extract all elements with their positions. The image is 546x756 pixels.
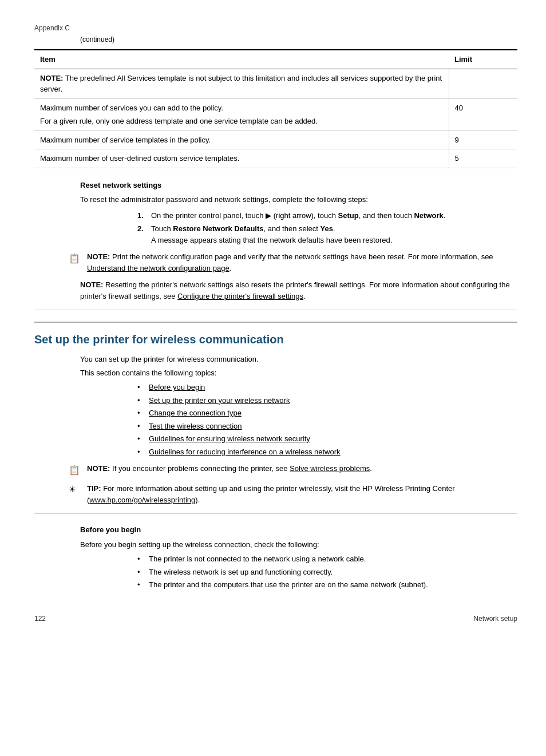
wireless-intro-2: This section contains the following topi… xyxy=(80,367,517,379)
wireless-intro-1: You can set up the printer for wireless … xyxy=(80,354,517,365)
item-text-2a: Maximum number of services you can add t… xyxy=(40,102,443,114)
firewall-link[interactable]: Configure the printer's firewall setting… xyxy=(177,292,303,300)
item-text-2b: For a given rule, only one address templ… xyxy=(40,116,443,127)
reset-heading: Reset network settings xyxy=(80,180,517,191)
topic-setup-wireless: • Set up the printer on your wireless ne… xyxy=(137,395,517,406)
table-row: NOTE: The predefined All Services templa… xyxy=(34,69,517,98)
bullet-icon: • xyxy=(137,446,149,458)
before-bullet-1: • The printer is not connected to the ne… xyxy=(137,553,517,565)
table-row: Maximum number of user-defined custom se… xyxy=(34,149,517,168)
before-bullet-2: • The wireless network is set up and fun… xyxy=(137,567,517,578)
bullet-icon: • xyxy=(137,433,149,445)
solve-wireless-link[interactable]: Solve wireless problems xyxy=(290,464,370,473)
bullet-icon: • xyxy=(137,382,149,393)
before-begin-link[interactable]: Before you begin xyxy=(149,382,205,393)
item-text-4: Maximum number of user-defined custom se… xyxy=(40,154,239,163)
tip-icon: ☀ xyxy=(69,484,87,505)
test-wireless-link[interactable]: Test the wireless connection xyxy=(149,421,242,432)
topic-before-begin: • Before you begin xyxy=(137,382,517,393)
network-config-link[interactable]: Understand the network configuration pag… xyxy=(87,264,230,272)
before-begin-heading: Before you begin xyxy=(80,524,517,536)
hp-wireless-link[interactable]: www.hp.com/go/wirelessprinting xyxy=(89,496,195,504)
step-2-num: 2. xyxy=(137,223,151,246)
limit-value-1 xyxy=(449,69,517,98)
bullet-icon: • xyxy=(137,407,149,419)
before-bullet-3: • The printer and the computers that use… xyxy=(137,579,517,591)
reset-note-1-text: NOTE: Print the network configuration pa… xyxy=(87,251,517,274)
limit-value-4: 5 xyxy=(449,149,517,168)
before-begin-intro: Before you begin setting up the wireless… xyxy=(80,539,517,551)
bullet-icon: • xyxy=(137,567,149,578)
limit-value-3: 9 xyxy=(449,130,517,149)
bullet-icon: • xyxy=(137,579,149,591)
wireless-note-text: NOTE: If you encounter problems connecti… xyxy=(87,463,372,477)
page-footer: 122 Network setup xyxy=(34,613,517,624)
table-header-limit: Limit xyxy=(449,50,517,69)
step-1-text: On the printer control panel, touch ▶ (r… xyxy=(151,210,445,221)
wireless-tip: ☀ TIP: For more information about settin… xyxy=(69,483,517,505)
note-icon-1: 📋 xyxy=(69,252,87,274)
table-header-item: Item xyxy=(34,50,449,69)
note-bold-label: NOTE: xyxy=(40,74,63,82)
note-text-1: The predefined All Services template is … xyxy=(40,74,442,94)
section-divider-2 xyxy=(34,513,517,514)
bullet-icon: • xyxy=(137,553,149,565)
step-2: 2. Touch Restore Network Defaults, and t… xyxy=(137,223,517,246)
setup-wireless-link[interactable]: Set up the printer on your wireless netw… xyxy=(149,395,290,406)
before-bullet-1-text: The printer is not connected to the netw… xyxy=(149,553,366,565)
step-1: 1. On the printer control panel, touch ▶… xyxy=(137,210,517,221)
step-2-sub: A message appears stating that the netwo… xyxy=(151,235,392,246)
table-row: Maximum number of services you can add t… xyxy=(34,98,517,130)
topic-change-connection: • Change the connection type xyxy=(137,407,517,419)
guidelines-interference-link[interactable]: Guidelines for reducing interference on … xyxy=(149,446,341,458)
step-2-text: Touch Restore Network Defaults, and then… xyxy=(151,223,392,235)
step-1-num: 1. xyxy=(137,210,151,221)
page-number: 122 xyxy=(34,613,46,624)
appendix-label: Appendix C xyxy=(34,23,517,33)
guidelines-security-link[interactable]: Guidelines for ensuring wireless network… xyxy=(149,433,310,445)
tip-text: TIP: For more information about setting … xyxy=(87,483,517,505)
limit-value-2: 40 xyxy=(449,98,517,130)
topic-test-wireless: • Test the wireless connection xyxy=(137,421,517,432)
reset-note-2: NOTE: Resetting the printer's network se… xyxy=(80,279,517,302)
reset-intro: To reset the administrator password and … xyxy=(80,194,517,205)
before-bullet-2-text: The wireless network is set up and funct… xyxy=(149,567,333,578)
continued-label: (continued) xyxy=(80,34,517,45)
change-connection-link[interactable]: Change the connection type xyxy=(149,407,242,419)
topic-guidelines-interference: • Guidelines for reducing interference o… xyxy=(137,446,517,458)
wireless-section-title: Set up the printer for wireless communic… xyxy=(34,322,517,348)
wireless-note-icon: 📋 xyxy=(69,464,87,477)
table-row: Maximum number of service templates in t… xyxy=(34,130,517,149)
section-divider-1 xyxy=(34,310,517,310)
topic-guidelines-security: • Guidelines for ensuring wireless netwo… xyxy=(137,433,517,445)
footer-section: Network setup xyxy=(473,613,517,624)
before-bullet-3-text: The printer and the computers that use t… xyxy=(149,579,428,591)
bullet-icon: • xyxy=(137,421,149,432)
bullet-icon: • xyxy=(137,395,149,406)
wireless-note: 📋 NOTE: If you encounter problems connec… xyxy=(69,463,517,477)
reset-note-1: 📋 NOTE: Print the network configuration … xyxy=(69,251,517,274)
item-text-3: Maximum number of service templates in t… xyxy=(40,136,211,144)
limits-table: Item Limit NOTE: The predefined All Serv… xyxy=(34,49,517,168)
